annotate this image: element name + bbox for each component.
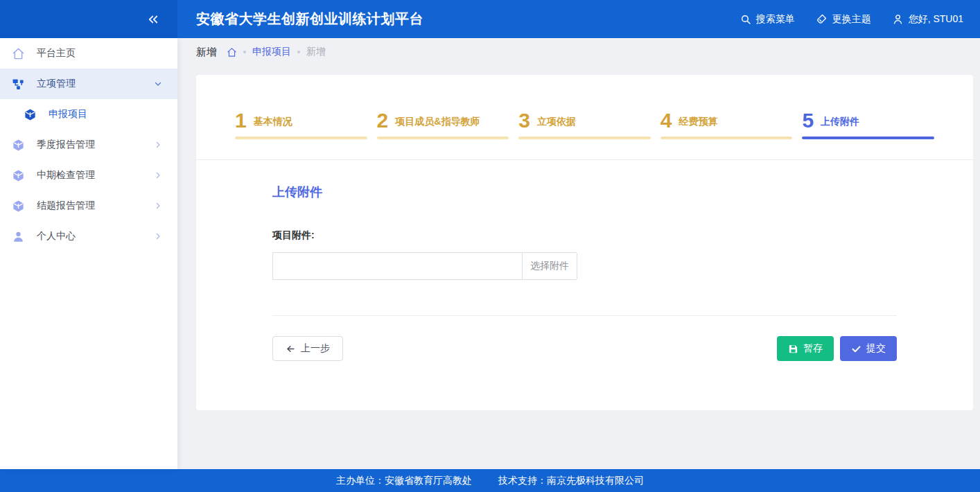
sidebar-item-personal-center[interactable]: 个人中心 — [0, 221, 177, 252]
step-4-budget[interactable]: 4经费预算 — [660, 111, 793, 139]
step-underline — [377, 137, 509, 139]
save-draft-button[interactable]: 暂存 — [777, 336, 834, 361]
footer-organizer: 主办单位：安徽省教育厅高教处 — [336, 475, 472, 487]
save-draft-label: 暂存 — [803, 342, 823, 355]
actions-divider — [272, 315, 897, 316]
step-1-basic-info[interactable]: 1基本情况 — [235, 111, 367, 139]
cube-icon — [24, 108, 37, 121]
step-underline — [235, 137, 367, 139]
sidebar-collapse-icon[interactable] — [147, 13, 159, 26]
step-3-project-basis[interactable]: 3立项依据 — [518, 111, 651, 139]
sidebar-item-declare-project[interactable]: 申报项目 — [0, 99, 177, 130]
breadcrumb-separator — [243, 51, 246, 53]
sidebar: 平台主页 立项管理 申报项目 季度报告管理 中期检查管理 结题报告管理 个人中心 — [0, 38, 177, 469]
choose-file-button[interactable]: 选择附件 — [522, 252, 577, 280]
top-header: 安徽省大学生创新创业训练计划平台 搜索菜单 更换主题 您好, STU01 — [0, 0, 980, 38]
form-card: 1基本情况 2项目成员&指导教师 3立项依据 4经费预算 5上传附件 上传附 — [196, 75, 973, 410]
sidebar-item-final-report[interactable]: 结题报告管理 — [0, 191, 177, 221]
header-main: 安徽省大学生创新创业训练计划平台 搜索菜单 更换主题 您好, STU01 — [177, 0, 980, 38]
step-number: 3 — [518, 111, 530, 130]
step-label: 立项依据 — [537, 116, 576, 130]
cube-icon — [12, 200, 25, 213]
sidebar-item-label: 申报项目 — [49, 108, 87, 121]
step-number: 1 — [235, 111, 247, 130]
chevron-right-icon — [154, 141, 162, 149]
cube-icon — [12, 169, 25, 182]
sidebar-item-quarterly-report[interactable]: 季度报告管理 — [0, 130, 177, 160]
arrow-left-icon — [286, 344, 296, 354]
sidebar-header — [0, 0, 177, 38]
step-5-upload-attachments[interactable]: 5上传附件 — [802, 111, 934, 139]
section-title: 上传附件 — [272, 184, 897, 200]
chevron-down-icon — [154, 80, 162, 88]
sidebar-item-label: 平台主页 — [37, 47, 76, 60]
breadcrumb-home-icon[interactable] — [227, 47, 237, 58]
previous-step-label: 上一步 — [301, 342, 330, 355]
sidebar-item-midterm-check[interactable]: 中期检查管理 — [0, 160, 177, 191]
attachment-field-label: 项目附件: — [272, 229, 897, 242]
sidebar-item-project-management[interactable]: 立项管理 — [0, 69, 177, 99]
step-label: 基本情况 — [254, 116, 292, 130]
previous-step-button[interactable]: 上一步 — [272, 336, 343, 361]
upload-form: 上传附件 项目附件: 选择附件 上一步 暂存 — [196, 160, 973, 361]
chevron-right-icon — [154, 171, 162, 179]
sidebar-item-label: 立项管理 — [37, 78, 76, 90]
step-2-members-teachers[interactable]: 2项目成员&指导教师 — [377, 111, 509, 139]
breadcrumb-separator — [297, 51, 300, 53]
chevron-right-icon — [154, 202, 162, 210]
topology-icon — [12, 78, 25, 91]
file-name-input[interactable] — [272, 252, 522, 280]
main-content: 新增 申报项目 新增 1基本情况 2项目成员&指导教师 3立项依据 — [177, 38, 980, 469]
sidebar-item-label: 季度报告管理 — [37, 139, 95, 151]
step-label: 上传附件 — [821, 116, 859, 130]
search-menu-label: 搜索菜单 — [756, 13, 795, 26]
breadcrumb: 新增 申报项目 新增 — [177, 38, 980, 66]
home-icon — [12, 47, 25, 60]
cube-icon — [12, 139, 25, 152]
step-number: 2 — [377, 111, 389, 130]
sidebar-item-label: 中期检查管理 — [37, 169, 95, 182]
footer-support: 技术支持：南京先极科技有限公司 — [498, 475, 644, 487]
page-title: 新增 — [196, 46, 217, 59]
breadcrumb-link-declare-project[interactable]: 申报项目 — [252, 46, 291, 58]
search-icon — [740, 14, 751, 25]
step-underline — [660, 137, 793, 139]
app-title: 安徽省大学生创新创业训练计划平台 — [196, 10, 423, 28]
submit-label: 提交 — [866, 342, 886, 355]
sidebar-item-label: 个人中心 — [37, 230, 76, 243]
submit-button[interactable]: 提交 — [840, 336, 897, 361]
user-icon — [892, 13, 904, 25]
person-icon — [12, 230, 25, 243]
file-input-group: 选择附件 — [272, 252, 577, 280]
save-icon — [788, 344, 798, 354]
step-underline — [802, 137, 934, 139]
theme-brush-icon — [816, 13, 828, 25]
search-menu-button[interactable]: 搜索菜单 — [740, 13, 795, 26]
greeting-label: 您好, STU01 — [909, 13, 963, 26]
step-number: 5 — [802, 111, 814, 130]
actions-row: 上一步 暂存 提交 — [272, 336, 897, 361]
step-number: 4 — [660, 111, 672, 130]
check-icon — [851, 344, 861, 354]
breadcrumb-current: 新增 — [306, 46, 326, 58]
chevron-right-icon — [154, 232, 162, 240]
user-menu[interactable]: 您好, STU01 — [892, 13, 963, 26]
sidebar-item-label: 结题报告管理 — [37, 200, 95, 212]
wizard-steps: 1基本情况 2项目成员&指导教师 3立项依据 4经费预算 5上传附件 — [196, 75, 973, 139]
step-label: 经费预算 — [679, 116, 717, 130]
change-theme-label: 更换主题 — [832, 13, 871, 26]
change-theme-button[interactable]: 更换主题 — [816, 13, 871, 26]
page-footer: 主办单位：安徽省教育厅高教处 技术支持：南京先极科技有限公司 — [0, 469, 980, 492]
step-underline — [518, 137, 651, 139]
sidebar-item-home[interactable]: 平台主页 — [0, 38, 177, 69]
step-label: 项目成员&指导教师 — [395, 116, 480, 130]
